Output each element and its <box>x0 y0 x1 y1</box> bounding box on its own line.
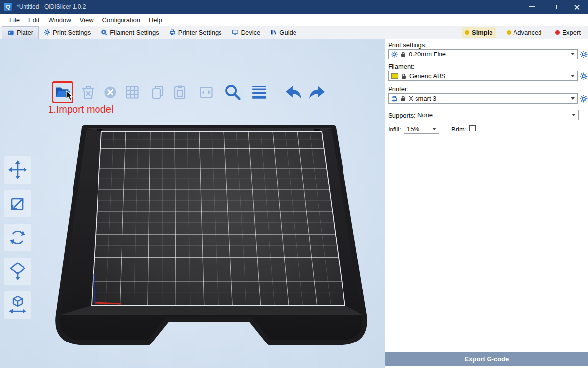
supports-value: None <box>417 111 433 119</box>
tab-label: Device <box>241 29 261 36</box>
mode-label: Simple <box>472 29 493 36</box>
filament-color-swatch <box>391 73 398 79</box>
gear-icon <box>391 51 398 58</box>
printer-label: Printer: <box>388 85 409 93</box>
print-settings-value: 0.20mm Fine <box>409 51 446 58</box>
annotation-import-model: 1.Import model <box>48 104 113 115</box>
mode-advanced[interactable]: Advanced <box>503 27 545 38</box>
place-on-face-icon <box>7 261 28 282</box>
printer-combo[interactable]: X-smart 3 <box>388 93 578 104</box>
tab-plater[interactable]: Plater <box>2 26 39 39</box>
export-gcode-button[interactable]: Export G-code <box>385 352 588 366</box>
mode-label: Advanced <box>514 29 542 36</box>
lock-icon <box>400 51 406 57</box>
close-icon <box>574 4 580 10</box>
viewport-toolbar <box>52 81 328 103</box>
minimize-icon <box>529 6 535 7</box>
settings-panel: Print settings: 0.20mm Fine Filament: Ge… <box>385 39 588 368</box>
print-settings-gear-button[interactable] <box>579 50 588 59</box>
delete-all-button[interactable] <box>99 81 121 103</box>
tab-guide[interactable]: Guide <box>265 26 301 39</box>
arrange-icon <box>124 84 140 100</box>
app-logo-icon: Q <box>4 3 12 11</box>
scale-button[interactable] <box>4 190 31 217</box>
filament-icon <box>100 29 107 36</box>
print-settings-combo[interactable]: 0.20mm Fine <box>388 49 578 59</box>
chevron-down-icon <box>571 97 575 100</box>
variable-layer-height-icon <box>251 84 268 101</box>
split-objects-icon <box>198 84 214 100</box>
filament-gear-button[interactable] <box>579 72 588 80</box>
tab-label: Printer Settings <box>178 29 222 36</box>
printer-value: X-smart 3 <box>409 95 436 102</box>
tab-label: Filament Settings <box>110 29 159 36</box>
brim-label: Brim: <box>451 126 466 133</box>
split-objects-button[interactable] <box>196 81 217 103</box>
tab-device[interactable]: Device <box>227 26 266 39</box>
mode-selector: Simple Advanced Expert <box>462 27 584 38</box>
chevron-down-icon <box>571 75 575 77</box>
mode-expert[interactable]: Expert <box>552 27 584 38</box>
guide-icon <box>270 29 277 36</box>
paste-icon <box>172 84 188 100</box>
search-button[interactable] <box>222 81 244 103</box>
printer-gear-button[interactable] <box>579 94 588 103</box>
gizmo-toolbar <box>4 156 32 319</box>
tab-printer-settings[interactable]: Printer Settings <box>164 26 227 39</box>
infill-combo[interactable]: 15% <box>404 124 439 134</box>
undo-button[interactable] <box>283 81 304 103</box>
tab-print-settings[interactable]: Print Settings <box>39 26 96 39</box>
gear-icon <box>44 29 50 36</box>
delete-button[interactable] <box>77 81 99 103</box>
menu-item-configuration[interactable]: Configuration <box>98 15 145 25</box>
brim-checkbox[interactable] <box>469 125 476 131</box>
rotate-icon <box>7 227 28 248</box>
variable-layer-height-button[interactable] <box>248 81 270 103</box>
scale-to-fit-icon <box>7 294 28 316</box>
maximize-button[interactable] <box>543 0 565 14</box>
arrange-button[interactable] <box>122 81 143 103</box>
menu-item-file[interactable]: File <box>5 15 24 25</box>
infill-value: 15% <box>407 125 419 132</box>
gear-icon <box>580 95 588 103</box>
chevron-down-icon <box>432 128 436 130</box>
paste-button[interactable] <box>169 81 191 103</box>
infill-label: Infill: <box>388 126 401 133</box>
scale-to-fit-button[interactable] <box>4 291 31 319</box>
tab-label: Print Settings <box>53 29 91 36</box>
tab-label: Plater <box>17 29 33 36</box>
menu-item-help[interactable]: Help <box>145 15 167 25</box>
window-title: *Untitled - QIDISlicer-1.0.2 <box>17 3 86 10</box>
supports-label: Supports: <box>388 112 416 119</box>
tab-label: Guide <box>279 29 296 36</box>
viewport-3d[interactable]: 1.Import model <box>0 39 385 368</box>
mode-simple[interactable]: Simple <box>462 27 496 38</box>
redo-button[interactable] <box>306 81 328 103</box>
place-on-face-button[interactable] <box>4 258 31 285</box>
tabbar: Plater Print Settings Filament Settings … <box>0 26 588 39</box>
close-button[interactable] <box>565 0 588 14</box>
menu-item-edit[interactable]: Edit <box>24 15 44 25</box>
filament-label: Filament: <box>388 63 414 70</box>
maximize-icon <box>552 5 557 9</box>
tab-filament-settings[interactable]: Filament Settings <box>96 26 164 39</box>
menu-item-view[interactable]: View <box>75 15 98 25</box>
window-controls <box>520 0 588 14</box>
mouse-cursor-icon <box>65 90 75 101</box>
gear-icon <box>580 72 588 80</box>
copy-icon <box>150 84 166 100</box>
minimize-button[interactable] <box>520 0 543 14</box>
expert-mode-dot-icon <box>555 30 560 35</box>
plater-icon <box>7 29 14 36</box>
lock-icon <box>400 95 406 102</box>
supports-combo[interactable]: None <box>415 110 579 120</box>
rotate-button[interactable] <box>4 224 31 251</box>
scale-icon <box>7 193 28 214</box>
filament-combo[interactable]: Generic ABS <box>388 71 578 81</box>
app-window: Q *Untitled - QIDISlicer-1.0.2 File Edit… <box>0 0 588 368</box>
chevron-down-icon <box>572 114 576 116</box>
copy-button[interactable] <box>147 81 169 103</box>
menu-item-window[interactable]: Window <box>44 15 75 25</box>
delete-icon <box>80 84 96 100</box>
move-button[interactable] <box>4 156 31 184</box>
